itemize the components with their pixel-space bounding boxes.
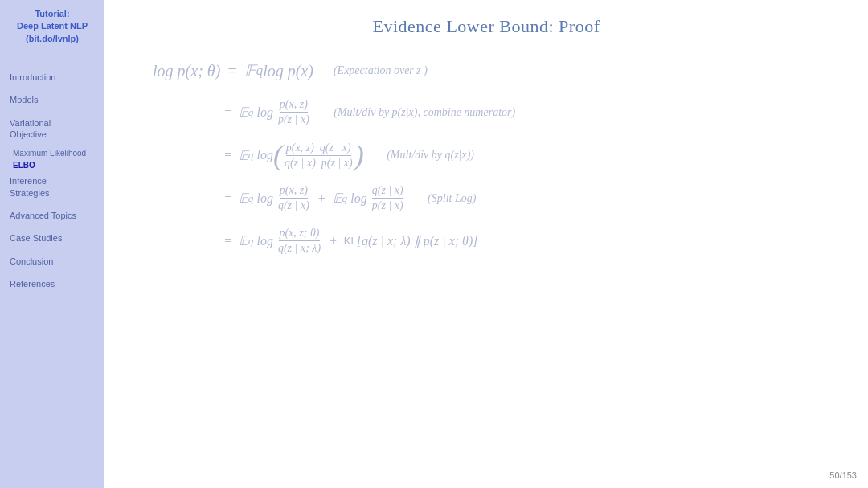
sidebar-item-models[interactable]: Models <box>5 90 100 109</box>
math-line-1: log p(x; θ) = 𝔼q log p(x) (Expectation o… <box>153 61 820 80</box>
sidebar-item-advanced[interactable]: Advanced Topics <box>5 206 100 225</box>
math-line-3: = 𝔼q log ( p(x, z) q(z | x) q(z | x) p(z… <box>217 141 820 170</box>
math-content: log p(x; θ) = 𝔼q log p(x) (Expectation o… <box>137 53 836 472</box>
sidebar-item-introduction[interactable]: Introduction <box>5 68 100 87</box>
sidebar-item-conclusion[interactable]: Conclusion <box>5 252 100 271</box>
sidebar-item-case-studies[interactable]: Case Studies <box>5 228 100 248</box>
sidebar-item-maxlikelihood[interactable]: Maximum Likelihood <box>5 147 100 159</box>
sidebar: Tutorial:Deep Latent NLP(bit.do/lvnlp) I… <box>0 0 104 488</box>
sidebar-item-variational[interactable]: VariationalObjective <box>5 113 100 145</box>
page-number: 50/153 <box>829 470 857 480</box>
sidebar-item-elbo[interactable]: ELBO <box>5 159 100 171</box>
sidebar-title: Tutorial:Deep Latent NLP(bit.do/lvnlp) <box>17 8 88 45</box>
math-line-2: = 𝔼q log p(x, z) p(z | x) (Mult/div by p… <box>217 98 820 126</box>
math-line-4: = 𝔼q log p(x, z) q(z | x) + 𝔼q log q(z |… <box>217 184 820 212</box>
math-line-5: = 𝔼q log p(x, z; θ) q(z | x; λ) + KL[q(z… <box>217 227 820 255</box>
sidebar-item-inference[interactable]: InferenceStrategies <box>5 171 100 203</box>
sidebar-item-references[interactable]: References <box>5 274 100 293</box>
main-content: Evidence Lower Bound: Proof log p(x; θ) … <box>104 0 868 488</box>
slide-title: Evidence Lower Bound: Proof <box>137 16 836 37</box>
